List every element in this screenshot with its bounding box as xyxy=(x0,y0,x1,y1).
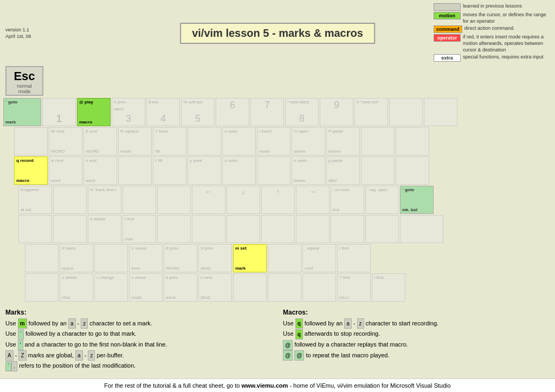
page-title: vi/vim lesson 5 - marks & macros xyxy=(180,23,375,44)
macros-line-4: @ @ to repeat the last macro played. xyxy=(283,350,550,361)
apostrophe-key-badge: ' xyxy=(18,340,23,350)
key-N: N prev (find) xyxy=(198,244,232,272)
macros-line-2: Use q afterwards to stop recording. xyxy=(283,329,550,339)
qwerty-subrow: q record macro w next word e end word t … xyxy=(3,156,552,185)
key-quote: ' reg. spec. xyxy=(365,186,399,214)
a-key-badge: a xyxy=(68,318,76,329)
a2-badge: a xyxy=(75,350,83,361)
key-minus xyxy=(389,98,423,126)
key-f: f find char xyxy=(122,215,156,243)
at3-key-badge: @ xyxy=(294,350,304,361)
key-I: i insert mode xyxy=(257,127,291,155)
key-star: * next ident 8 xyxy=(285,98,319,126)
key-W: W next WORD xyxy=(49,127,82,155)
legend-badge-learned xyxy=(434,3,461,11)
key-bracket-open2 xyxy=(361,156,395,185)
asdf-row: A append at eol H "back find c ← ↓ ↑ → xyxy=(3,186,552,214)
footer-url: www.viemu.com xyxy=(241,382,288,389)
key-b: b prev word xyxy=(164,273,197,302)
legend-badge-operator: operator xyxy=(434,34,461,42)
key-V: V visual lines xyxy=(129,244,163,272)
key-Y xyxy=(188,127,221,155)
key-K: ↑ xyxy=(261,186,295,214)
esc-section: Esc normal mode xyxy=(0,66,555,98)
key-1: 1 xyxy=(42,98,76,126)
key-e: e end word xyxy=(83,156,117,185)
key-w: w next word xyxy=(49,156,82,185)
legend: learned in previous lessons motion moves… xyxy=(434,3,550,63)
zxcv-subrow: x delete char c change v visual mode b p… xyxy=(3,273,552,302)
zxcv-row: X back- space V visual lines B prev WORD… xyxy=(3,244,552,272)
key-i xyxy=(257,156,291,185)
key-semicolon: ; ex cmd line xyxy=(331,186,364,214)
esc-key: Esc normal mode xyxy=(5,66,43,96)
key-goto-mkbol: ` goto mk. bol xyxy=(400,186,434,214)
legend-badge-command: command xyxy=(434,25,462,33)
key-x: x delete char xyxy=(60,273,93,302)
key-bracket-open xyxy=(361,127,395,155)
key-slash-fwd: / find xyxy=(337,244,371,272)
key-o: o open below xyxy=(292,156,325,185)
key-paren-open: 9 xyxy=(320,98,353,126)
z2-badge: z xyxy=(88,350,95,361)
m-key-badge: m xyxy=(18,318,27,329)
key-t: t 'till xyxy=(153,156,186,185)
key-h xyxy=(192,215,225,243)
key-a xyxy=(18,215,52,243)
key-enter xyxy=(400,215,443,243)
key-R: R replace mode xyxy=(118,127,152,155)
legend-badge-motion: motion xyxy=(434,12,461,19)
key-X: X back- space xyxy=(60,244,93,272)
backtick2-badge: ` xyxy=(5,361,11,371)
marks-line-2: Use ` followed by a character to go to t… xyxy=(5,329,272,339)
key-L: → xyxy=(296,186,330,214)
key-equals xyxy=(424,98,457,126)
key-hash: # prev ident 3 xyxy=(112,98,145,126)
key-colon xyxy=(331,215,364,243)
key-dot2 xyxy=(302,273,336,302)
key-r xyxy=(118,156,152,185)
key-amp: 7 xyxy=(250,98,284,126)
key-slash2: / find xyxy=(372,273,405,302)
at2-key-badge: @ xyxy=(283,350,293,361)
marks-title: Marks: xyxy=(5,307,272,318)
at-key-badge: @ xyxy=(283,340,293,350)
key-v: v visual mode xyxy=(129,273,163,302)
marks-line-3: Use ' and a character to go to the first… xyxy=(5,339,272,350)
key-dollar: $ eol 4 xyxy=(146,98,180,126)
key-backslash xyxy=(396,156,429,185)
key-J: ↓ xyxy=(227,186,260,214)
key-M: m set mark xyxy=(233,244,267,272)
key-paren-close: 0 "hard bol" xyxy=(354,98,388,126)
key-l xyxy=(296,215,330,243)
marks-line-4: A - Z marks are global, a - z per-buffer… xyxy=(5,350,272,361)
key-q-record: q record macro xyxy=(14,156,48,185)
key-backtick: ` goto mark xyxy=(3,98,41,126)
key-g xyxy=(157,215,191,243)
key-S xyxy=(53,186,87,214)
footer: For the rest of the tutorial & a full ch… xyxy=(0,378,555,392)
key-s xyxy=(53,215,87,243)
key-d: d delete xyxy=(88,215,121,243)
key-B: B prev WORD xyxy=(164,244,197,272)
key-k xyxy=(261,215,295,243)
key-at: @ play macro xyxy=(77,98,111,126)
z3-badge: z xyxy=(357,318,364,329)
key-O: O open above xyxy=(292,127,325,155)
key-z xyxy=(25,273,59,302)
key-P: P paste before xyxy=(326,127,360,155)
key-bracket-close xyxy=(396,127,429,155)
version-info: version 1.1 April 1st, 06 xyxy=(5,27,31,40)
key-caret: 6 xyxy=(216,98,249,126)
key-c: c change xyxy=(94,273,128,302)
key-F xyxy=(122,186,156,214)
header: version 1.1 April 1st, 06 vi/vim lesson … xyxy=(0,0,555,66)
key-D: H "back find c xyxy=(88,186,121,214)
marks-section: Marks: Use m followed by an a - z charac… xyxy=(5,307,272,371)
key-H: ← xyxy=(192,186,225,214)
macros-section: Macros: Use q followed by an a - z chara… xyxy=(283,307,550,371)
key-comma2 xyxy=(268,273,301,302)
marks-line-1: Use m followed by an a - z character to … xyxy=(5,318,272,329)
key-G xyxy=(157,186,191,214)
Z-badge: Z xyxy=(18,350,26,361)
